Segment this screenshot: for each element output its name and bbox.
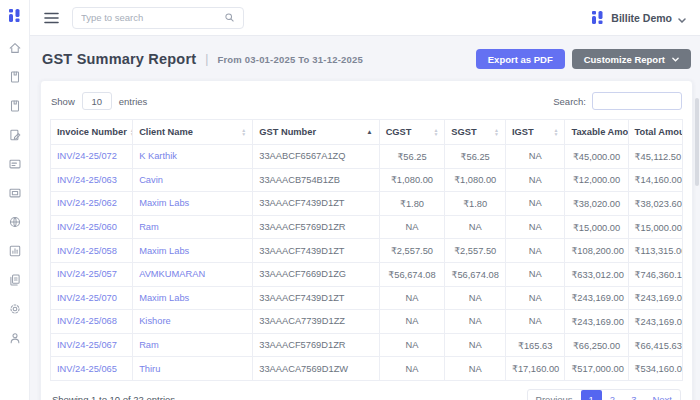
cell-client-name[interactable]: Ram	[133, 215, 253, 239]
billite-logo-icon[interactable]	[7, 8, 22, 23]
settings-gear-icon[interactable]	[7, 301, 23, 317]
app-window: Billite Demo GST Summary Report | From 0…	[0, 0, 700, 400]
account-name: Billite Demo	[611, 12, 672, 24]
cell-invoice-number[interactable]: INV/24-25/063	[51, 168, 133, 192]
main-content: GST Summary Report | From 03-01-2025 To …	[30, 36, 700, 400]
cell-taxable-amount: ₹66,250.00	[565, 333, 628, 357]
cell-sgst: ₹2,557.50	[445, 239, 506, 263]
cell-invoice-number[interactable]: INV/24-25/065	[51, 357, 133, 381]
cell-cgst: NA	[379, 333, 445, 357]
column-header-cgst[interactable]: CGST▲▼	[379, 120, 445, 145]
cell-total-amount: ₹243,169.00	[628, 286, 682, 310]
sort-icon: ▲▼	[553, 128, 558, 136]
image-card-icon[interactable]	[7, 185, 23, 201]
page-3[interactable]: 3	[623, 390, 644, 400]
global-search-input[interactable]	[81, 12, 224, 23]
cell-client-name[interactable]: AVMKUMARAN	[133, 262, 253, 286]
cell-total-amount: ₹66,415.63	[628, 333, 682, 357]
documents-icon[interactable]	[7, 272, 23, 288]
sidebar	[0, 0, 30, 400]
cell-sgst: ₹1.80	[445, 192, 506, 216]
header-buttons: Export as PDF Customize Report	[476, 49, 691, 69]
table-search-input[interactable]	[592, 92, 682, 110]
cell-sgst: ₹56.25	[445, 145, 506, 169]
cell-client-name[interactable]: Maxim Labs	[133, 239, 253, 263]
cell-total-amount: ₹38,023.60	[628, 192, 682, 216]
cell-taxable-amount: ₹12,000.00	[565, 168, 628, 192]
cell-client-name[interactable]: Kishore	[133, 310, 253, 334]
column-header-igst[interactable]: IGST▲▼	[506, 120, 565, 145]
cell-client-name[interactable]: K Karthik	[133, 145, 253, 169]
gst-summary-table: Invoice Number▲▼Client Name▲▼GST Number▲…	[50, 119, 683, 381]
table-controls: Show 10 entries Search:	[50, 90, 683, 119]
column-label: GST Number	[259, 127, 316, 137]
journal-icon[interactable]	[7, 69, 23, 85]
cell-taxable-amount: ₹243,169.00	[565, 286, 628, 310]
column-header-gst-number[interactable]: GST Number▲	[253, 120, 379, 145]
invoice-edit-icon[interactable]	[7, 127, 23, 143]
column-label: Total Amount	[635, 127, 683, 137]
cell-sgst: ₹56,674.08	[445, 262, 506, 286]
cell-taxable-amount: ₹633,012.00	[565, 262, 628, 286]
cell-invoice-number[interactable]: INV/24-25/072	[51, 145, 133, 169]
page-1[interactable]: 1	[581, 390, 602, 400]
cell-invoice-number[interactable]: INV/24-25/058	[51, 239, 133, 263]
column-header-taxable-amount[interactable]: Taxable Amount▲▼	[565, 120, 628, 145]
hamburger-menu-icon[interactable]	[42, 9, 60, 27]
home-icon[interactable]	[7, 40, 23, 56]
cell-total-amount: ₹534,160.00	[628, 357, 682, 381]
cell-sgst: ₹1,080.00	[445, 168, 506, 192]
column-header-invoice-number[interactable]: Invoice Number▲▼	[51, 120, 133, 145]
report-date-range: From 03-01-2025 To 31-12-2025	[217, 54, 363, 65]
column-label: CGST	[386, 127, 412, 137]
cell-total-amount: ₹113,315.00	[628, 239, 682, 263]
page-previous[interactable]: Previous	[528, 390, 581, 400]
column-label: Invoice Number	[57, 127, 127, 137]
cell-invoice-number[interactable]: INV/24-25/068	[51, 310, 133, 334]
column-header-sgst[interactable]: SGST▲▼	[445, 120, 506, 145]
account-menu[interactable]: Billite Demo	[590, 9, 686, 27]
cell-total-amount: ₹746,360.16	[628, 262, 682, 286]
cell-client-name[interactable]: Maxim Labs	[133, 192, 253, 216]
cell-client-name[interactable]: Cavin	[133, 168, 253, 192]
table-row: INV/24-25/063Cavin33AAACB754B1ZB₹1,080.0…	[51, 168, 683, 192]
cell-total-amount: ₹15,000.00	[628, 215, 682, 239]
page-next[interactable]: Next	[644, 390, 680, 400]
export-pdf-button[interactable]: Export as PDF	[476, 49, 565, 69]
scrollbar-thumb[interactable]	[695, 98, 699, 186]
cell-client-name[interactable]: Maxim Labs	[133, 286, 253, 310]
cell-invoice-number[interactable]: INV/24-25/062	[51, 192, 133, 216]
cell-cgst: NA	[379, 215, 445, 239]
cell-invoice-number[interactable]: INV/24-25/067	[51, 333, 133, 357]
search-icon	[224, 12, 235, 23]
cell-igst: NA	[506, 239, 565, 263]
cell-client-name[interactable]: Ram	[133, 333, 253, 357]
user-icon[interactable]	[7, 330, 23, 346]
globe-icon[interactable]	[7, 214, 23, 230]
entries-select[interactable]: 10	[82, 92, 112, 110]
cell-invoice-number[interactable]: INV/24-25/057	[51, 262, 133, 286]
cell-taxable-amount: ₹108,200.00	[565, 239, 628, 263]
column-label: SGST	[451, 127, 476, 137]
column-header-total-amount[interactable]: Total Amount▲▼	[628, 120, 682, 145]
cell-gst-number: 33AAACF7439D1ZT	[253, 192, 379, 216]
table-row: INV/24-25/067Ram33AAACF5769D1ZRNANA₹165.…	[51, 333, 683, 357]
sort-ascending-icon: ▲	[366, 129, 372, 135]
cell-client-name[interactable]: Thiru	[133, 357, 253, 381]
cell-igst: NA	[506, 215, 565, 239]
cell-invoice-number[interactable]: INV/24-25/060	[51, 215, 133, 239]
cell-total-amount: ₹45,112.50	[628, 145, 682, 169]
customize-report-button[interactable]: Customize Report	[572, 49, 691, 69]
chevron-down-icon	[672, 57, 679, 62]
table-body: INV/24-25/072K Karthik33AABCF6567A1ZQ₹56…	[51, 145, 683, 381]
journal-alt-icon[interactable]	[7, 98, 23, 114]
chart-box-icon[interactable]	[7, 243, 23, 259]
cell-gst-number: 33AAACF5769D1ZR	[253, 333, 379, 357]
column-header-client-name[interactable]: Client Name▲▼	[133, 120, 253, 145]
cell-invoice-number[interactable]: INV/24-25/070	[51, 286, 133, 310]
cell-gst-number: 33AABCF6567A1ZQ	[253, 145, 379, 169]
table-row: INV/24-25/057AVMKUMARAN33AAACF7669D1ZG₹5…	[51, 262, 683, 286]
list-card-icon[interactable]	[7, 156, 23, 172]
page-2[interactable]: 2	[602, 390, 623, 400]
cell-taxable-amount: ₹45,000.00	[565, 145, 628, 169]
